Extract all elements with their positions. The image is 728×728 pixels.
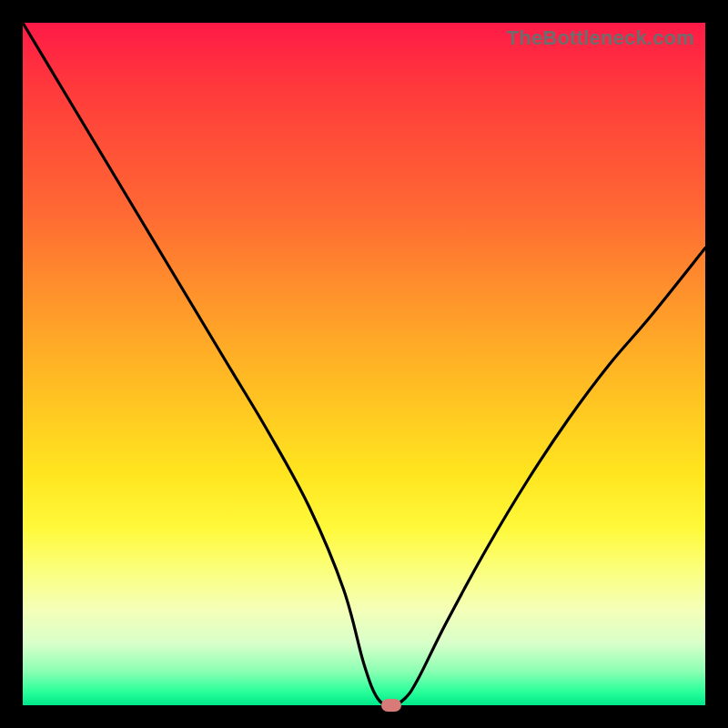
bottleneck-curve	[23, 23, 705, 705]
chart-frame: TheBottleneck.com	[0, 0, 728, 728]
curve-path	[23, 23, 705, 705]
optimal-marker	[381, 699, 401, 712]
plot-area: TheBottleneck.com	[23, 23, 705, 705]
